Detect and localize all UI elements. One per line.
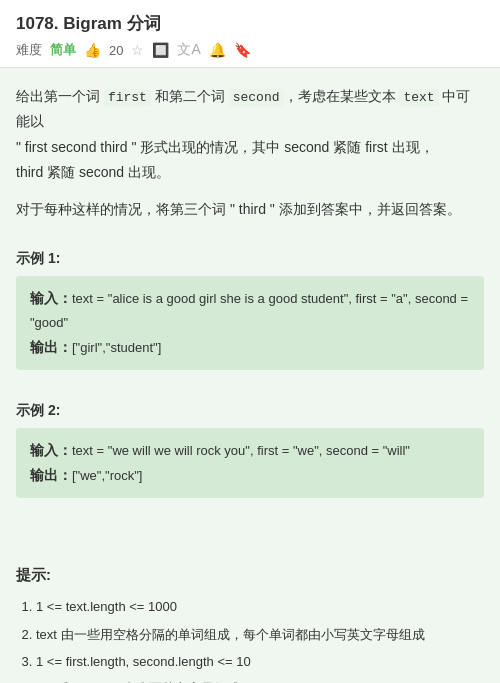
desc-line1-mid2: ，考虑在某些文本 <box>284 88 400 104</box>
example1-box: 输入：text = "alice is a good girl she is a… <box>16 276 484 370</box>
divider2 <box>16 386 484 402</box>
problem-name: Bigram 分词 <box>63 14 160 33</box>
example1-section: 示例 1: 输入：text = "alice is a good girl sh… <box>16 250 484 370</box>
hints-list: 1 <= text.length <= 1000 text 由一些用空格分隔的单… <box>16 595 484 683</box>
hint-2-text: text 由一些用空格分隔的单词组成，每个单词都由小写英文字母组成 <box>36 627 425 642</box>
example2-section: 示例 2: 输入：text = "we will we will rock yo… <box>16 402 484 498</box>
example1-output-value: ["girl","student"] <box>72 340 161 355</box>
desc-second-inline: second <box>229 89 284 106</box>
problem-number: 1078. <box>16 14 59 33</box>
desc-line3: third 紧随 second 出现。 <box>16 164 170 180</box>
example1-output-label: 输出： <box>30 339 72 355</box>
hint-item-3: 1 <= first.length, second.length <= 10 <box>36 650 484 673</box>
problem-title: 1078. Bigram 分词 <box>16 12 484 35</box>
desc-line4: 对于每种这样的情况，将第三个词 " third " 添加到答案中，并返回答案。 <box>16 201 461 217</box>
example1-input-label: 输入： <box>30 290 72 306</box>
share-icon[interactable]: 🔲 <box>152 42 169 58</box>
meta-row: 难度 简单 👍 20 ☆ 🔲 文A 🔔 🔖 <box>16 41 484 59</box>
hint-item-1: 1 <= text.length <= 1000 <box>36 595 484 618</box>
difficulty-label: 难度 <box>16 41 42 59</box>
example2-input-label: 输入： <box>30 442 72 458</box>
hint-1-text: 1 <= text.length <= 1000 <box>36 599 177 614</box>
problem-description-2: 对于每种这样的情况，将第三个词 " third " 添加到答案中，并返回答案。 <box>16 197 484 222</box>
star-icon[interactable]: ☆ <box>131 42 144 58</box>
problem-description: 给出第一个词 first 和第二个词 second，考虑在某些文本 text 中… <box>16 84 484 185</box>
bookmark-icon[interactable]: 🔖 <box>234 42 251 58</box>
like-icon[interactable]: 👍 <box>84 42 101 58</box>
hints-section: 提示: 1 <= text.length <= 1000 text 由一些用空格… <box>0 554 500 683</box>
example1-input-value: text = "alice is a good girl she is a go… <box>30 291 468 330</box>
desc-line2: " first second third " 形式出现的情况，其中 second… <box>16 139 434 155</box>
header: 1078. Bigram 分词 难度 简单 👍 20 ☆ 🔲 文A 🔔 🔖 <box>0 0 500 68</box>
desc-line1-mid1: 和第二个词 <box>151 88 229 104</box>
example1-title: 示例 1: <box>16 250 484 268</box>
example2-box: 输入：text = "we will we will rock you", fi… <box>16 428 484 498</box>
desc-line1-prefix: 给出第一个词 <box>16 88 104 104</box>
divider3 <box>16 514 484 530</box>
desc-first-inline: first <box>104 89 151 106</box>
example2-title: 示例 2: <box>16 402 484 420</box>
difficulty-value: 简单 <box>50 41 76 59</box>
desc-text-inline: text <box>399 89 438 106</box>
example2-output-value: ["we","rock"] <box>72 468 142 483</box>
example2-input-value: text = "we will we will rock you", first… <box>72 443 410 458</box>
translate-icon[interactable]: 文A <box>177 41 200 59</box>
example2-output-label: 输出： <box>30 467 72 483</box>
hints-title: 提示: <box>16 566 484 585</box>
divider1 <box>16 234 484 250</box>
hint-3-text: 1 <= first.length, second.length <= 10 <box>36 654 251 669</box>
hint-item-2: text 由一些用空格分隔的单词组成，每个单词都由小写英文字母组成 <box>36 623 484 646</box>
like-count: 20 <box>109 43 123 58</box>
content: 给出第一个词 first 和第二个词 second，考虑在某些文本 text 中… <box>0 68 500 546</box>
divider4 <box>16 530 484 546</box>
hint-item-4: first 和 second 由小写英文字母组成 <box>36 677 484 683</box>
bell-icon[interactable]: 🔔 <box>209 42 226 58</box>
